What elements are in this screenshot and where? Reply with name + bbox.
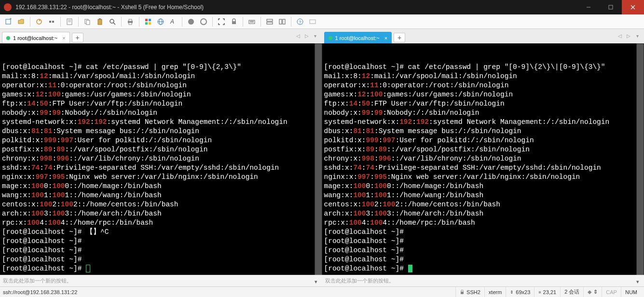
svg-text:A: A	[170, 18, 174, 25]
color-scheme-button[interactable]	[142, 16, 154, 27]
right-tab-label: 1 root@localhost:~	[335, 35, 380, 41]
new-session-button[interactable]	[3, 16, 14, 27]
left-tabbar: 1 root@localhost:~ × + ◁ ▷ ▾	[0, 29, 322, 43]
minimize-button[interactable]	[577, 0, 600, 14]
app-icon	[4, 3, 12, 11]
svg-rect-36	[267, 19, 273, 21]
window-title: 192.168.238.131:22 - root@localhost:~ - …	[15, 4, 577, 11]
status-connection: ssh://root@192.168.238.131:22	[3, 289, 455, 295]
encoding-button[interactable]	[155, 16, 166, 27]
close-icon[interactable]: ×	[62, 35, 65, 41]
fullscreen-button[interactable]	[216, 16, 227, 27]
lock-icon	[460, 290, 465, 295]
status-cap: CAP	[602, 287, 621, 297]
status-ssh: SSH2	[455, 287, 484, 297]
svg-rect-32	[232, 21, 236, 24]
find-button[interactable]	[107, 16, 118, 27]
font-button[interactable]: A	[167, 16, 179, 27]
status-num: NUM	[621, 287, 641, 297]
left-tab-label: 1 root@localhost:~	[13, 35, 57, 41]
status-size: ⇕69x23	[506, 287, 534, 297]
open-button[interactable]	[15, 16, 27, 27]
maximize-button[interactable]	[600, 0, 622, 14]
lock-button[interactable]	[228, 16, 240, 27]
quickbar-hint: 双击此处添加一个新的按钮。	[325, 277, 637, 284]
tab-next-button[interactable]: ▷	[303, 32, 311, 40]
terminal-left[interactable]: [root@localhost ~]# cat /etc/passwd | gr…	[0, 43, 322, 275]
svg-rect-1	[609, 5, 613, 9]
tile-horizontal-button[interactable]	[264, 16, 275, 27]
right-tab[interactable]: 1 root@localhost:~ ×	[324, 32, 392, 43]
svg-rect-20	[129, 19, 132, 21]
svg-rect-42	[310, 20, 315, 24]
print-button[interactable]	[124, 16, 136, 27]
status-dot-icon	[329, 36, 332, 40]
keyboard-button[interactable]	[246, 16, 258, 27]
help-button[interactable]: ?	[294, 16, 306, 27]
titlebar: 192.168.238.131:22 - root@localhost:~ - …	[0, 0, 644, 14]
svg-line-18	[113, 23, 115, 25]
svg-rect-25	[149, 22, 151, 25]
workspace: 1 root@localhost:~ × + ◁ ▷ ▾ [root@local…	[0, 29, 644, 286]
svg-rect-43	[461, 292, 464, 294]
add-tab-button[interactable]: +	[394, 33, 405, 42]
svg-rect-9	[52, 21, 54, 23]
close-icon[interactable]: ×	[384, 35, 387, 41]
left-tab[interactable]: 1 root@localhost:~ ×	[2, 32, 70, 43]
status-pos: ≡23,21	[534, 287, 560, 297]
properties-button[interactable]	[64, 16, 75, 27]
svg-point-17	[110, 19, 114, 23]
tab-menu-button[interactable]: ▾	[312, 32, 319, 40]
tab-prev-button[interactable]: ◁	[294, 32, 302, 40]
xagent-button[interactable]	[185, 16, 197, 27]
svg-rect-22	[145, 19, 148, 21]
svg-rect-38	[279, 19, 282, 24]
svg-rect-16	[99, 18, 101, 20]
svg-point-30	[188, 19, 194, 25]
chevron-down-icon[interactable]: ▾	[636, 279, 641, 284]
tab-prev-button[interactable]: ◁	[616, 32, 624, 40]
right-tabbar: 1 root@localhost:~ × + ◁ ▷ ▾	[322, 29, 644, 43]
reconnect-button[interactable]	[33, 16, 45, 27]
quickbar-right[interactable]: 双击此处添加一个新的按钮。 ▾	[322, 275, 644, 286]
add-tab-button[interactable]: +	[72, 33, 83, 42]
copy-button[interactable]	[82, 16, 93, 27]
svg-rect-15	[98, 19, 102, 25]
status-term: xterm	[484, 287, 506, 297]
svg-rect-4	[6, 19, 11, 24]
paste-button[interactable]	[94, 16, 106, 27]
xftp-button[interactable]	[198, 16, 209, 27]
status-sessions: 2 会话	[560, 287, 583, 297]
disconnect-button[interactable]	[46, 16, 57, 27]
toolbar: A ?	[0, 14, 644, 29]
svg-rect-14	[86, 20, 90, 25]
tile-vertical-button[interactable]	[276, 16, 288, 27]
svg-rect-21	[129, 23, 132, 25]
tab-menu-button[interactable]: ▾	[633, 32, 641, 40]
svg-rect-37	[267, 22, 273, 24]
status-sep: ◆⇕	[583, 287, 602, 297]
scrollbar[interactable]	[636, 43, 644, 275]
tab-next-button[interactable]: ▷	[625, 32, 632, 40]
quickbar-left[interactable]: 双击此处添加一个新的按钮。 ▾	[0, 275, 322, 286]
chevron-down-icon[interactable]: ▾	[315, 279, 319, 284]
svg-rect-8	[49, 21, 51, 23]
svg-point-31	[201, 19, 206, 25]
scrollbar[interactable]	[315, 43, 322, 275]
compose-bar-button[interactable]	[307, 16, 318, 27]
terminal-right[interactable]: [root@localhost ~]# cat /etc/passwd | gr…	[322, 43, 644, 275]
close-button[interactable]	[622, 0, 644, 14]
svg-rect-24	[145, 22, 148, 25]
statusbar: ssh://root@192.168.238.131:22 SSH2 xterm…	[0, 286, 644, 297]
status-dot-icon	[6, 36, 10, 40]
quickbar-hint: 双击此处添加一个新的按钮。	[3, 277, 315, 284]
svg-rect-23	[149, 19, 151, 21]
svg-rect-39	[283, 19, 285, 24]
svg-text:?: ?	[299, 20, 301, 25]
